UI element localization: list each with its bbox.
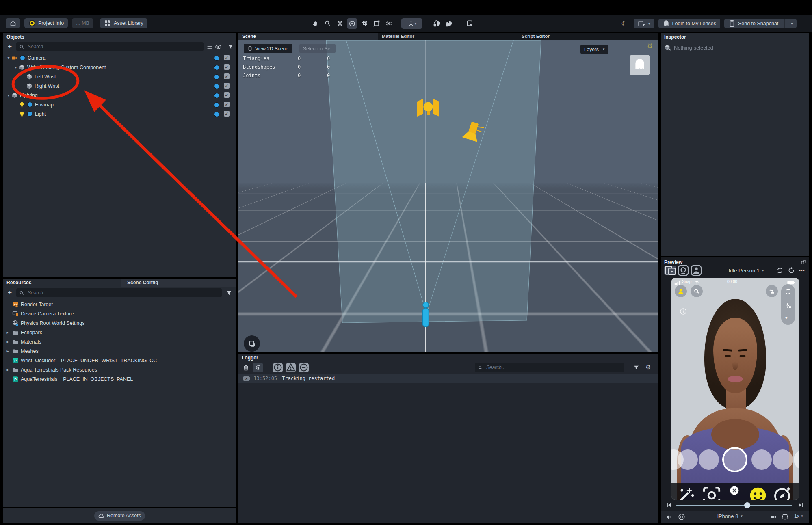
theme-toggle[interactable]: ☾ [619,18,630,29]
chevron-down-icon[interactable]: ▾ [6,93,11,97]
preview-mode-webcam-button[interactable] [677,266,689,275]
visibility-dot[interactable] [214,112,219,117]
resource-row-materials[interactable]: ▸Materials [3,337,236,346]
chevron-right-icon[interactable]: ▸ [5,330,11,335]
objects-search[interactable] [16,42,204,51]
filter-icon[interactable] [226,290,232,296]
tab-scene-config[interactable]: Scene Config [121,279,236,287]
tree-view-icon[interactable] [206,43,212,50]
phone-preview-screen[interactable]: Snap 00:00 ▾ CreateScanBrowseExplore [671,278,799,500]
snapping-tool[interactable] [383,18,394,29]
tab-material-editor[interactable]: Material Editor [378,33,518,40]
phone-nav-create[interactable]: Create [676,485,696,500]
resource-row-aqua-terrestrials-pack-resources[interactable]: ▸Aqua Terrestrials Pack Resources [3,365,236,374]
visibility-dot[interactable] [214,74,219,80]
pop-out-icon[interactable] [801,259,806,265]
view-2d-scene-button[interactable]: View 2D Scene [244,44,292,53]
chevron-right-icon[interactable]: ▸ [5,339,11,344]
tab-script-editor[interactable]: Script Editor [518,33,658,40]
send-to-snapchat-button[interactable]: Send to Snapchat ▾ [724,19,797,28]
step-forward-icon[interactable] [797,502,804,508]
pause-icon[interactable] [678,513,685,521]
object-row-lighting[interactable]: ▾Lighting✓ [3,91,236,100]
viewport-mode-button[interactable] [244,335,260,352]
resource-row-aquaterrestrials-place-in-objects-panel[interactable]: PAquaTerrestrials__PLACE_IN_OBJECTS_PANE… [3,374,236,384]
objects-search-input[interactable] [27,43,201,50]
lens-carousel-item[interactable] [794,449,799,470]
chevron-down-icon[interactable]: ▾ [13,65,19,69]
chevron-right-icon[interactable]: ▸ [5,349,11,353]
logger-search-input[interactable] [485,364,621,371]
enabled-checkbox[interactable]: ✓ [224,92,230,98]
enabled-checkbox[interactable]: ✓ [224,102,230,107]
flash-off-icon[interactable] [784,301,792,309]
tab-resources[interactable]: Resources [3,279,121,287]
simulation-source-dropdown[interactable]: Idle Person 1 ▾ [722,268,771,274]
filter-icon[interactable] [227,44,234,50]
pan-tool[interactable] [310,18,321,29]
scrubber-handle[interactable] [744,502,750,508]
close-lens-button[interactable] [730,486,739,495]
object-row-camera[interactable]: ▾Camera✓ [3,53,236,63]
record-icon[interactable] [770,514,777,520]
visibility-dot[interactable] [214,102,219,108]
filter-warning-button[interactable] [286,363,296,372]
reload-preview-icon[interactable] [776,267,784,274]
asset-library-button[interactable]: Asset Library [100,18,147,28]
rotate-tool[interactable] [347,18,357,29]
resources-search-input[interactable] [27,290,219,296]
visibility-dot[interactable] [214,65,219,70]
step-back-icon[interactable] [666,502,672,508]
enabled-checkbox[interactable]: ✓ [224,83,230,89]
add-resource-button[interactable]: + [6,289,14,297]
chevron-down-icon[interactable]: ▾ [6,56,11,60]
lens-carousel-item[interactable] [773,449,793,470]
resource-row-meshes[interactable]: ▸Meshes [3,346,236,356]
add-friend-button[interactable] [766,285,778,297]
resource-row-wrist-occluder-place-under-wrist-trackin[interactable]: PWrist_Occluder__PLACE_UNDER_WRIST_TRACK… [3,356,236,365]
zoom-dropdown[interactable]: 1x ▾ [794,513,803,519]
auto-clear-button[interactable] [253,363,263,372]
lens-carousel-item[interactable] [678,449,698,470]
lens-carousel-item[interactable] [699,449,719,470]
object-row-envmap[interactable]: Envmap✓ [3,100,236,109]
visibility-dot[interactable] [214,56,219,61]
enabled-checkbox[interactable]: ✓ [224,55,230,60]
home-button[interactable] [6,18,20,28]
zoom-tool[interactable] [323,18,333,29]
restart-lens-icon[interactable] [788,267,795,274]
person-marker[interactable] [423,302,429,327]
manipulator-dropdown[interactable]: ▾ [401,18,422,29]
logger-settings-gear-icon[interactable]: ⚙ [645,364,651,371]
visibility-dot[interactable] [214,93,219,98]
add-object-button[interactable]: + [6,43,14,51]
visibility-icon[interactable] [215,43,222,50]
clear-log-icon[interactable] [243,364,249,371]
layers-dropdown[interactable]: Layers ▾ [580,45,608,54]
profile-button[interactable] [675,285,687,297]
resources-search[interactable] [16,288,222,297]
speaker-icon[interactable] [666,514,673,521]
object-row-wrist-tracking-custom-component[interactable]: ▾Wrist Tracking Custom Component✓ [3,63,236,72]
scene-settings-gear-icon[interactable]: ⚙ [647,42,653,50]
capture-button[interactable] [722,447,747,472]
logger-search[interactable] [475,363,624,372]
enabled-checkbox[interactable]: ✓ [224,73,230,79]
enabled-checkbox[interactable]: ✓ [224,64,230,70]
move-tool[interactable] [335,18,345,29]
scene-viewport[interactable]: View 2D Scene Selection Set Triangles00B… [238,40,658,352]
filter-info-button[interactable] [273,363,283,372]
filter-error-button[interactable] [299,363,309,372]
resource-row-device-camera-texture[interactable]: Device Camera Texture [3,309,236,318]
scrubber-track[interactable] [676,505,792,506]
visibility-dot[interactable] [214,84,219,89]
object-row-left-wrist[interactable]: Left Wrist✓ [3,72,236,81]
log-entry[interactable]: 3 13:52:05 Tracking restarted [238,374,658,383]
remote-assets-button[interactable]: Remote Assets [94,511,145,521]
enabled-checkbox[interactable]: ✓ [224,111,230,117]
object-row-light[interactable]: Light✓ [3,109,236,119]
rect-transform-tool[interactable] [371,18,382,29]
project-info-button[interactable]: Project Info [24,18,68,28]
login-button[interactable]: Login to My Lenses [658,19,720,28]
tab-scene[interactable]: Scene [238,33,378,40]
